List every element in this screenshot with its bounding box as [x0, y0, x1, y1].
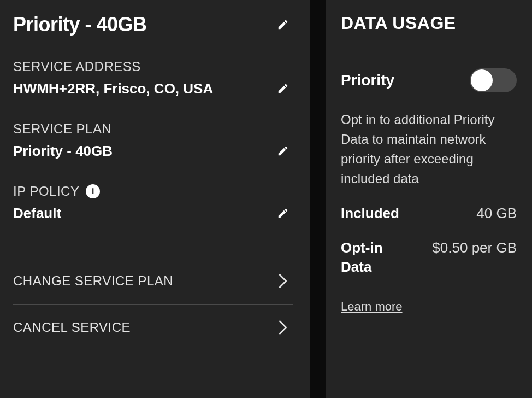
included-data-value: 40 GB: [476, 204, 517, 223]
ip-policy-value: Default: [13, 205, 61, 222]
priority-hint: Opt in to additional Priority Data to ma…: [341, 110, 517, 189]
chevron-right-icon: [273, 271, 293, 291]
pencil-icon: [277, 145, 289, 157]
service-address-section: SERVICE ADDRESS HWMH+2RR, Frisco, CO, US…: [13, 59, 293, 98]
pencil-icon: [277, 83, 289, 95]
service-plan-section: SERVICE PLAN Priority - 40GB: [13, 121, 293, 161]
cancel-service-label: CANCEL SERVICE: [13, 320, 131, 335]
plan-title: Priority - 40GB: [13, 13, 147, 36]
panel-divider: [310, 0, 326, 398]
edit-service-plan-button[interactable]: [273, 141, 293, 161]
service-details-panel: Priority - 40GB SERVICE ADDRESS HWMH+2RR…: [0, 0, 310, 398]
included-data-row: Included 40 GB: [341, 204, 517, 223]
service-address-value: HWMH+2RR, Frisco, CO, USA: [13, 80, 213, 97]
data-usage-title: DATA USAGE: [341, 13, 517, 33]
priority-toggle[interactable]: [470, 68, 517, 92]
edit-ip-policy-button[interactable]: [273, 203, 293, 223]
action-list: CHANGE SERVICE PLAN CANCEL SERVICE: [13, 258, 293, 350]
plan-title-row: Priority - 40GB: [13, 13, 293, 36]
priority-toggle-row: Priority: [341, 68, 517, 92]
change-service-plan-label: CHANGE SERVICE PLAN: [13, 273, 173, 289]
cancel-service-button[interactable]: CANCEL SERVICE: [13, 304, 293, 350]
optin-data-row: Opt-in Data $0.50 per GB: [341, 238, 517, 277]
service-plan-label: SERVICE PLAN: [13, 121, 293, 137]
priority-toggle-label: Priority: [341, 72, 394, 89]
chevron-right-icon: [273, 318, 293, 337]
change-service-plan-button[interactable]: CHANGE SERVICE PLAN: [13, 258, 293, 304]
edit-plan-title-button[interactable]: [273, 15, 293, 34]
toggle-knob: [471, 69, 493, 91]
pencil-icon: [277, 19, 289, 31]
info-icon[interactable]: i: [86, 184, 100, 198]
pencil-icon: [277, 207, 289, 219]
learn-more-link[interactable]: Learn more: [341, 300, 403, 314]
ip-policy-label: IP POLICY: [13, 184, 79, 199]
service-address-label: SERVICE ADDRESS: [13, 59, 293, 74]
edit-service-address-button[interactable]: [273, 79, 293, 98]
included-data-label: Included: [341, 204, 399, 223]
data-usage-panel: DATA USAGE Priority Opt in to additional…: [326, 0, 532, 398]
optin-data-label: Opt-in Data: [341, 238, 417, 277]
optin-data-value: $0.50 per GB: [432, 238, 517, 257]
service-plan-value: Priority - 40GB: [13, 143, 113, 160]
ip-policy-section: IP POLICY i Default: [13, 184, 293, 223]
